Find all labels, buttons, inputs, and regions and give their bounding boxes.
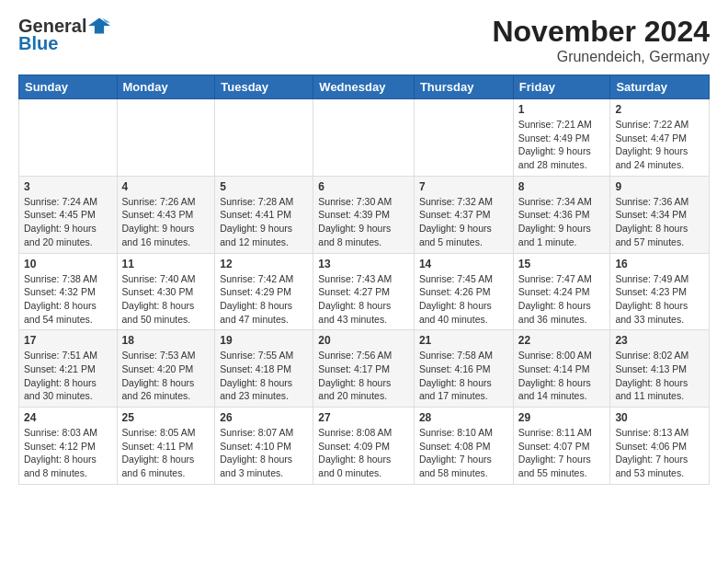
calendar-day-header: Tuesday xyxy=(215,75,313,99)
calendar-cell: 3Sunrise: 7:24 AM Sunset: 4:45 PM Daylig… xyxy=(19,176,118,253)
calendar-cell: 7Sunrise: 7:32 AM Sunset: 4:37 PM Daylig… xyxy=(414,176,513,253)
calendar-cell: 30Sunrise: 8:13 AM Sunset: 4:06 PM Dayli… xyxy=(610,408,710,485)
calendar-cell: 14Sunrise: 7:45 AM Sunset: 4:26 PM Dayli… xyxy=(414,253,513,330)
day-number: 17 xyxy=(24,334,112,347)
calendar-week-row: 10Sunrise: 7:38 AM Sunset: 4:32 PM Dayli… xyxy=(19,253,710,330)
day-info: Sunrise: 7:38 AM Sunset: 4:32 PM Dayligh… xyxy=(24,272,112,327)
calendar-day-header: Friday xyxy=(513,75,610,99)
day-number: 13 xyxy=(318,258,409,270)
calendar-day-header: Sunday xyxy=(19,75,118,99)
day-info: Sunrise: 7:47 AM Sunset: 4:24 PM Dayligh… xyxy=(518,272,606,327)
calendar-cell: 6Sunrise: 7:30 AM Sunset: 4:39 PM Daylig… xyxy=(313,176,415,253)
day-number: 6 xyxy=(318,180,409,193)
calendar-cell: 22Sunrise: 8:00 AM Sunset: 4:14 PM Dayli… xyxy=(513,330,610,408)
day-number: 27 xyxy=(318,411,409,424)
calendar-cell: 26Sunrise: 8:07 AM Sunset: 4:10 PM Dayli… xyxy=(215,408,313,485)
day-number: 23 xyxy=(615,334,704,347)
day-number: 1 xyxy=(518,103,606,116)
calendar-cell: 8Sunrise: 7:34 AM Sunset: 4:36 PM Daylig… xyxy=(513,176,610,253)
calendar-cell: 10Sunrise: 7:38 AM Sunset: 4:32 PM Dayli… xyxy=(19,253,118,330)
day-info: Sunrise: 8:07 AM Sunset: 4:10 PM Dayligh… xyxy=(220,426,308,480)
calendar-cell: 15Sunrise: 7:47 AM Sunset: 4:24 PM Dayli… xyxy=(513,253,610,330)
day-info: Sunrise: 7:26 AM Sunset: 4:43 PM Dayligh… xyxy=(122,195,210,249)
day-info: Sunrise: 7:55 AM Sunset: 4:18 PM Dayligh… xyxy=(220,349,308,403)
calendar-cell xyxy=(215,99,313,177)
day-info: Sunrise: 7:24 AM Sunset: 4:45 PM Dayligh… xyxy=(24,195,112,249)
day-info: Sunrise: 7:36 AM Sunset: 4:34 PM Dayligh… xyxy=(615,195,704,249)
calendar-cell: 20Sunrise: 7:56 AM Sunset: 4:17 PM Dayli… xyxy=(313,330,415,408)
day-number: 7 xyxy=(419,180,508,193)
day-number: 28 xyxy=(419,411,508,424)
day-info: Sunrise: 7:34 AM Sunset: 4:36 PM Dayligh… xyxy=(518,195,606,249)
day-info: Sunrise: 8:13 AM Sunset: 4:06 PM Dayligh… xyxy=(615,426,704,480)
calendar-week-row: 3Sunrise: 7:24 AM Sunset: 4:45 PM Daylig… xyxy=(19,176,710,253)
calendar-cell: 4Sunrise: 7:26 AM Sunset: 4:43 PM Daylig… xyxy=(117,176,215,253)
calendar-cell: 2Sunrise: 7:22 AM Sunset: 4:47 PM Daylig… xyxy=(610,99,710,177)
calendar-cell xyxy=(117,99,215,177)
day-number: 9 xyxy=(615,180,704,193)
day-number: 29 xyxy=(518,411,606,424)
day-number: 26 xyxy=(220,411,308,424)
day-number: 30 xyxy=(615,411,704,424)
day-info: Sunrise: 8:05 AM Sunset: 4:11 PM Dayligh… xyxy=(122,426,210,480)
calendar-cell xyxy=(313,99,415,177)
calendar-cell: 16Sunrise: 7:49 AM Sunset: 4:23 PM Dayli… xyxy=(610,253,710,330)
day-number: 21 xyxy=(419,334,508,347)
logo-blue-text: Blue xyxy=(18,33,58,54)
day-info: Sunrise: 8:11 AM Sunset: 4:07 PM Dayligh… xyxy=(518,426,606,480)
day-info: Sunrise: 8:00 AM Sunset: 4:14 PM Dayligh… xyxy=(518,349,606,403)
day-info: Sunrise: 7:42 AM Sunset: 4:29 PM Dayligh… xyxy=(220,272,308,327)
calendar-cell: 12Sunrise: 7:42 AM Sunset: 4:29 PM Dayli… xyxy=(215,253,313,330)
day-info: Sunrise: 8:08 AM Sunset: 4:09 PM Dayligh… xyxy=(318,426,409,480)
day-number: 16 xyxy=(615,258,704,270)
calendar-cell: 24Sunrise: 8:03 AM Sunset: 4:12 PM Dayli… xyxy=(19,408,118,485)
day-info: Sunrise: 7:51 AM Sunset: 4:21 PM Dayligh… xyxy=(24,349,112,403)
day-number: 20 xyxy=(318,334,409,347)
day-info: Sunrise: 8:10 AM Sunset: 4:08 PM Dayligh… xyxy=(419,426,508,480)
day-info: Sunrise: 7:32 AM Sunset: 4:37 PM Dayligh… xyxy=(419,195,508,249)
day-number: 4 xyxy=(122,180,210,193)
calendar-cell: 5Sunrise: 7:28 AM Sunset: 4:41 PM Daylig… xyxy=(215,176,313,253)
day-info: Sunrise: 7:40 AM Sunset: 4:30 PM Dayligh… xyxy=(122,272,210,327)
calendar-cell: 17Sunrise: 7:51 AM Sunset: 4:21 PM Dayli… xyxy=(19,330,118,408)
calendar-cell: 18Sunrise: 7:53 AM Sunset: 4:20 PM Dayli… xyxy=(117,330,215,408)
calendar-day-header: Wednesday xyxy=(313,75,415,99)
calendar-cell: 29Sunrise: 8:11 AM Sunset: 4:07 PM Dayli… xyxy=(513,408,610,485)
calendar-cell xyxy=(414,99,513,177)
day-info: Sunrise: 7:28 AM Sunset: 4:41 PM Dayligh… xyxy=(220,195,308,249)
title-block: November 2024 Grunendeich, Germany xyxy=(492,15,710,65)
day-info: Sunrise: 7:49 AM Sunset: 4:23 PM Dayligh… xyxy=(615,272,704,327)
day-info: Sunrise: 7:22 AM Sunset: 4:47 PM Dayligh… xyxy=(615,118,704,172)
calendar-cell: 9Sunrise: 7:36 AM Sunset: 4:34 PM Daylig… xyxy=(610,176,710,253)
calendar-cell xyxy=(19,99,118,177)
page: General Blue November 2024 Grunendeich, … xyxy=(0,0,728,494)
location-title: Grunendeich, Germany xyxy=(492,49,710,65)
calendar-cell: 19Sunrise: 7:55 AM Sunset: 4:18 PM Dayli… xyxy=(215,330,313,408)
calendar-day-header: Saturday xyxy=(610,75,710,99)
day-number: 25 xyxy=(122,411,210,424)
day-info: Sunrise: 7:21 AM Sunset: 4:49 PM Dayligh… xyxy=(518,118,606,172)
calendar-cell: 11Sunrise: 7:40 AM Sunset: 4:30 PM Dayli… xyxy=(117,253,215,330)
day-number: 3 xyxy=(24,180,112,193)
day-number: 14 xyxy=(419,258,508,270)
calendar-table: SundayMondayTuesdayWednesdayThursdayFrid… xyxy=(18,75,710,485)
day-number: 18 xyxy=(122,334,210,347)
day-number: 5 xyxy=(220,180,308,193)
calendar-cell: 13Sunrise: 7:43 AM Sunset: 4:27 PM Dayli… xyxy=(313,253,415,330)
day-info: Sunrise: 7:53 AM Sunset: 4:20 PM Dayligh… xyxy=(122,349,210,403)
svg-marker-0 xyxy=(88,17,110,33)
calendar-day-header: Thursday xyxy=(414,75,513,99)
day-info: Sunrise: 8:03 AM Sunset: 4:12 PM Dayligh… xyxy=(24,426,112,480)
day-number: 12 xyxy=(220,258,308,270)
header: General Blue November 2024 Grunendeich, … xyxy=(18,15,710,65)
calendar-week-row: 17Sunrise: 7:51 AM Sunset: 4:21 PM Dayli… xyxy=(19,330,710,408)
day-info: Sunrise: 7:58 AM Sunset: 4:16 PM Dayligh… xyxy=(419,349,508,403)
calendar-cell: 21Sunrise: 7:58 AM Sunset: 4:16 PM Dayli… xyxy=(414,330,513,408)
day-number: 10 xyxy=(24,258,112,270)
calendar-header-row: SundayMondayTuesdayWednesdayThursdayFrid… xyxy=(19,75,710,99)
day-number: 11 xyxy=(122,258,210,270)
logo: General Blue xyxy=(18,15,110,54)
calendar-cell: 25Sunrise: 8:05 AM Sunset: 4:11 PM Dayli… xyxy=(117,408,215,485)
month-title: November 2024 xyxy=(492,15,710,49)
calendar-cell: 27Sunrise: 8:08 AM Sunset: 4:09 PM Dayli… xyxy=(313,408,415,485)
